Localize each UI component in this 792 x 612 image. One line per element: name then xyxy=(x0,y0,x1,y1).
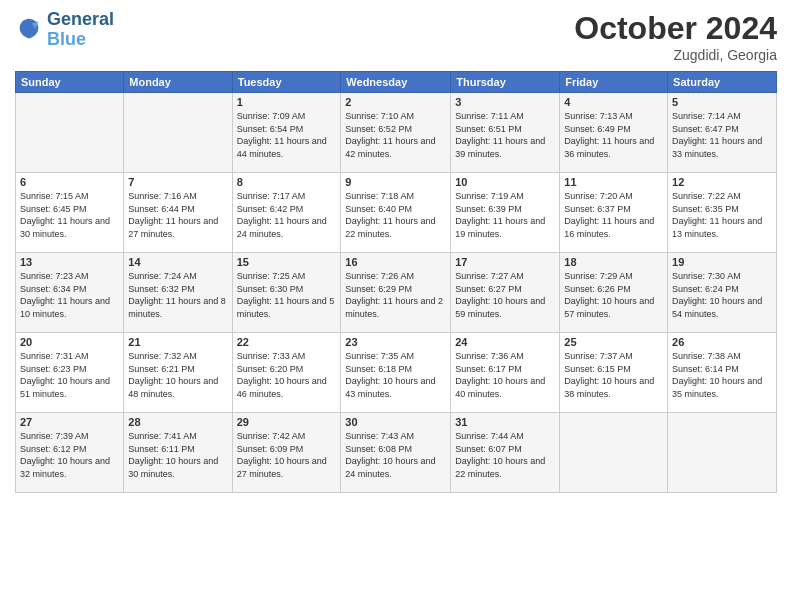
day-number: 9 xyxy=(345,176,446,188)
day-detail: Sunrise: 7:10 AM Sunset: 6:52 PM Dayligh… xyxy=(345,110,446,160)
day-cell: 6Sunrise: 7:15 AM Sunset: 6:45 PM Daylig… xyxy=(16,173,124,253)
day-detail: Sunrise: 7:25 AM Sunset: 6:30 PM Dayligh… xyxy=(237,270,337,320)
day-cell: 3Sunrise: 7:11 AM Sunset: 6:51 PM Daylig… xyxy=(451,93,560,173)
weekday-header-thursday: Thursday xyxy=(451,72,560,93)
day-detail: Sunrise: 7:42 AM Sunset: 6:09 PM Dayligh… xyxy=(237,430,337,480)
day-number: 25 xyxy=(564,336,663,348)
day-detail: Sunrise: 7:13 AM Sunset: 6:49 PM Dayligh… xyxy=(564,110,663,160)
day-cell: 14Sunrise: 7:24 AM Sunset: 6:32 PM Dayli… xyxy=(124,253,232,333)
day-number: 8 xyxy=(237,176,337,188)
day-number: 12 xyxy=(672,176,772,188)
day-cell: 31Sunrise: 7:44 AM Sunset: 6:07 PM Dayli… xyxy=(451,413,560,493)
calendar-header: SundayMondayTuesdayWednesdayThursdayFrid… xyxy=(16,72,777,93)
weekday-header-sunday: Sunday xyxy=(16,72,124,93)
day-number: 20 xyxy=(20,336,119,348)
day-number: 6 xyxy=(20,176,119,188)
day-detail: Sunrise: 7:39 AM Sunset: 6:12 PM Dayligh… xyxy=(20,430,119,480)
day-number: 31 xyxy=(455,416,555,428)
day-cell: 21Sunrise: 7:32 AM Sunset: 6:21 PM Dayli… xyxy=(124,333,232,413)
day-cell: 19Sunrise: 7:30 AM Sunset: 6:24 PM Dayli… xyxy=(668,253,777,333)
day-detail: Sunrise: 7:41 AM Sunset: 6:11 PM Dayligh… xyxy=(128,430,227,480)
day-number: 7 xyxy=(128,176,227,188)
calendar-body: 1Sunrise: 7:09 AM Sunset: 6:54 PM Daylig… xyxy=(16,93,777,493)
day-number: 19 xyxy=(672,256,772,268)
day-detail: Sunrise: 7:32 AM Sunset: 6:21 PM Dayligh… xyxy=(128,350,227,400)
day-cell: 11Sunrise: 7:20 AM Sunset: 6:37 PM Dayli… xyxy=(560,173,668,253)
day-cell: 12Sunrise: 7:22 AM Sunset: 6:35 PM Dayli… xyxy=(668,173,777,253)
day-detail: Sunrise: 7:15 AM Sunset: 6:45 PM Dayligh… xyxy=(20,190,119,240)
day-detail: Sunrise: 7:24 AM Sunset: 6:32 PM Dayligh… xyxy=(128,270,227,320)
weekday-header-wednesday: Wednesday xyxy=(341,72,451,93)
day-number: 15 xyxy=(237,256,337,268)
day-cell: 8Sunrise: 7:17 AM Sunset: 6:42 PM Daylig… xyxy=(232,173,341,253)
day-cell: 4Sunrise: 7:13 AM Sunset: 6:49 PM Daylig… xyxy=(560,93,668,173)
day-detail: Sunrise: 7:22 AM Sunset: 6:35 PM Dayligh… xyxy=(672,190,772,240)
day-detail: Sunrise: 7:19 AM Sunset: 6:39 PM Dayligh… xyxy=(455,190,555,240)
day-cell: 20Sunrise: 7:31 AM Sunset: 6:23 PM Dayli… xyxy=(16,333,124,413)
day-number: 21 xyxy=(128,336,227,348)
location-subtitle: Zugdidi, Georgia xyxy=(574,47,777,63)
weekday-header-monday: Monday xyxy=(124,72,232,93)
day-number: 1 xyxy=(237,96,337,108)
day-cell: 24Sunrise: 7:36 AM Sunset: 6:17 PM Dayli… xyxy=(451,333,560,413)
week-row-5: 27Sunrise: 7:39 AM Sunset: 6:12 PM Dayli… xyxy=(16,413,777,493)
day-number: 2 xyxy=(345,96,446,108)
day-cell: 7Sunrise: 7:16 AM Sunset: 6:44 PM Daylig… xyxy=(124,173,232,253)
day-cell: 10Sunrise: 7:19 AM Sunset: 6:39 PM Dayli… xyxy=(451,173,560,253)
day-detail: Sunrise: 7:33 AM Sunset: 6:20 PM Dayligh… xyxy=(237,350,337,400)
day-number: 4 xyxy=(564,96,663,108)
day-detail: Sunrise: 7:14 AM Sunset: 6:47 PM Dayligh… xyxy=(672,110,772,160)
day-detail: Sunrise: 7:30 AM Sunset: 6:24 PM Dayligh… xyxy=(672,270,772,320)
month-title: October 2024 xyxy=(574,10,777,47)
day-cell: 25Sunrise: 7:37 AM Sunset: 6:15 PM Dayli… xyxy=(560,333,668,413)
header: General Blue October 2024 Zugdidi, Georg… xyxy=(15,10,777,63)
day-detail: Sunrise: 7:36 AM Sunset: 6:17 PM Dayligh… xyxy=(455,350,555,400)
day-number: 23 xyxy=(345,336,446,348)
week-row-3: 13Sunrise: 7:23 AM Sunset: 6:34 PM Dayli… xyxy=(16,253,777,333)
day-cell: 29Sunrise: 7:42 AM Sunset: 6:09 PM Dayli… xyxy=(232,413,341,493)
day-detail: Sunrise: 7:38 AM Sunset: 6:14 PM Dayligh… xyxy=(672,350,772,400)
day-cell: 2Sunrise: 7:10 AM Sunset: 6:52 PM Daylig… xyxy=(341,93,451,173)
day-number: 11 xyxy=(564,176,663,188)
day-cell: 30Sunrise: 7:43 AM Sunset: 6:08 PM Dayli… xyxy=(341,413,451,493)
week-row-4: 20Sunrise: 7:31 AM Sunset: 6:23 PM Dayli… xyxy=(16,333,777,413)
day-cell xyxy=(668,413,777,493)
day-cell: 15Sunrise: 7:25 AM Sunset: 6:30 PM Dayli… xyxy=(232,253,341,333)
day-number: 29 xyxy=(237,416,337,428)
day-detail: Sunrise: 7:37 AM Sunset: 6:15 PM Dayligh… xyxy=(564,350,663,400)
calendar-container: General Blue October 2024 Zugdidi, Georg… xyxy=(0,0,792,612)
day-cell: 13Sunrise: 7:23 AM Sunset: 6:34 PM Dayli… xyxy=(16,253,124,333)
day-cell: 28Sunrise: 7:41 AM Sunset: 6:11 PM Dayli… xyxy=(124,413,232,493)
day-number: 24 xyxy=(455,336,555,348)
day-cell: 9Sunrise: 7:18 AM Sunset: 6:40 PM Daylig… xyxy=(341,173,451,253)
day-detail: Sunrise: 7:09 AM Sunset: 6:54 PM Dayligh… xyxy=(237,110,337,160)
day-detail: Sunrise: 7:35 AM Sunset: 6:18 PM Dayligh… xyxy=(345,350,446,400)
day-cell xyxy=(124,93,232,173)
day-number: 22 xyxy=(237,336,337,348)
weekday-header-saturday: Saturday xyxy=(668,72,777,93)
day-number: 3 xyxy=(455,96,555,108)
day-cell: 26Sunrise: 7:38 AM Sunset: 6:14 PM Dayli… xyxy=(668,333,777,413)
day-number: 26 xyxy=(672,336,772,348)
day-detail: Sunrise: 7:27 AM Sunset: 6:27 PM Dayligh… xyxy=(455,270,555,320)
day-detail: Sunrise: 7:16 AM Sunset: 6:44 PM Dayligh… xyxy=(128,190,227,240)
day-cell xyxy=(560,413,668,493)
week-row-1: 1Sunrise: 7:09 AM Sunset: 6:54 PM Daylig… xyxy=(16,93,777,173)
day-detail: Sunrise: 7:23 AM Sunset: 6:34 PM Dayligh… xyxy=(20,270,119,320)
day-number: 27 xyxy=(20,416,119,428)
day-detail: Sunrise: 7:29 AM Sunset: 6:26 PM Dayligh… xyxy=(564,270,663,320)
weekday-header-row: SundayMondayTuesdayWednesdayThursdayFrid… xyxy=(16,72,777,93)
day-number: 10 xyxy=(455,176,555,188)
day-cell: 18Sunrise: 7:29 AM Sunset: 6:26 PM Dayli… xyxy=(560,253,668,333)
day-number: 28 xyxy=(128,416,227,428)
logo-text: General Blue xyxy=(47,10,114,50)
title-block: October 2024 Zugdidi, Georgia xyxy=(574,10,777,63)
day-detail: Sunrise: 7:26 AM Sunset: 6:29 PM Dayligh… xyxy=(345,270,446,320)
logo: General Blue xyxy=(15,10,114,50)
day-detail: Sunrise: 7:18 AM Sunset: 6:40 PM Dayligh… xyxy=(345,190,446,240)
week-row-2: 6Sunrise: 7:15 AM Sunset: 6:45 PM Daylig… xyxy=(16,173,777,253)
day-cell xyxy=(16,93,124,173)
day-number: 14 xyxy=(128,256,227,268)
weekday-header-tuesday: Tuesday xyxy=(232,72,341,93)
day-cell: 17Sunrise: 7:27 AM Sunset: 6:27 PM Dayli… xyxy=(451,253,560,333)
